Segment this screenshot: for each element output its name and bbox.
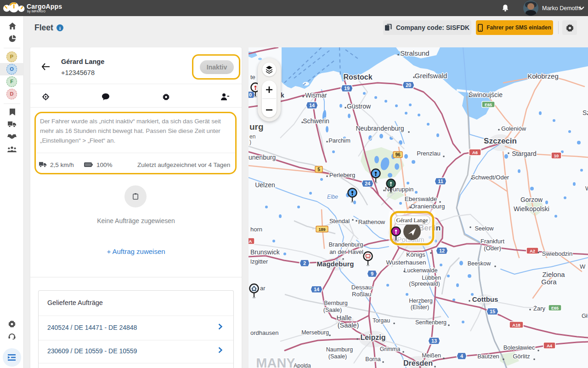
svg-text:Gora: Gora [541, 278, 557, 286]
svg-text:an der Havel: an der Havel [329, 248, 363, 255]
svg-text:A18: A18 [512, 322, 520, 328]
svg-text:(Saale): (Saale) [338, 322, 359, 329]
svg-text:Schwedt/Oder: Schwedt/Oder [471, 174, 509, 181]
svg-text:(Spreewald): (Spreewald) [409, 281, 440, 287]
svg-text:Luckenwalde: Luckenwalde [404, 267, 438, 274]
svg-text:): ) [249, 139, 251, 145]
svg-text:Frankfurt: Frankfurt [481, 238, 504, 245]
svg-text:Elbe: Elbe [327, 194, 338, 200]
svg-text:Świnoujście: Świnoujście [469, 91, 503, 98]
svg-text:te: te [250, 74, 255, 80]
svg-text:lzgitter: lzgitter [250, 258, 268, 265]
svg-text:Beeskow: Beeskow [468, 260, 492, 267]
svg-text:14: 14 [314, 287, 320, 292]
svg-text:A: A [249, 239, 252, 244]
svg-text:Halle: Halle [336, 314, 351, 322]
svg-text:Lübben: Lübben [422, 275, 441, 281]
svg-text:96: 96 [395, 152, 401, 157]
svg-text:Eberswalde: Eberswalde [405, 196, 437, 202]
svg-text:Wielkopolski: Wielkopolski [514, 205, 549, 213]
svg-text:Torgau: Torgau [373, 317, 390, 324]
svg-text:k: k [281, 92, 284, 99]
svg-text:Meißen: Meißen [422, 352, 441, 359]
svg-text:15: 15 [490, 309, 495, 314]
svg-text:Bernburg: Bernburg [324, 300, 347, 306]
svg-text:10: 10 [554, 153, 559, 158]
svg-text:Parchim: Parchim [328, 137, 351, 144]
svg-text:24: 24 [365, 181, 371, 186]
svg-text:Rathenow: Rathenow [358, 218, 385, 225]
svg-text:Swiebodzin: Swiebodzin [542, 250, 573, 257]
svg-text:Dresden: Dresden [403, 359, 433, 367]
svg-text:4: 4 [460, 353, 464, 359]
svg-text:Merseburg: Merseburg [301, 329, 329, 336]
svg-text:Prenzlau: Prenzlau [417, 150, 440, 157]
svg-text:189: 189 [318, 227, 325, 232]
svg-text:5: 5 [317, 167, 320, 172]
svg-text:Gorzow: Gorzow [520, 196, 543, 203]
svg-text:A2: A2 [530, 248, 535, 253]
svg-text:Żary: Żary [533, 305, 546, 312]
svg-text:Szczecin: Szczecin [484, 137, 517, 145]
svg-text:(Saale): (Saale) [328, 353, 347, 360]
svg-text:(Elster): (Elster) [411, 304, 429, 310]
svg-text:Schwerin: Schwerin [303, 117, 329, 125]
svg-text:Senftenberg: Senftenberg [415, 319, 447, 326]
svg-text:Stralsund: Stralsund [400, 49, 429, 57]
svg-text:Borna: Borna [365, 356, 380, 362]
svg-text:Wismar: Wismar [305, 92, 327, 99]
svg-text:Stendal: Stendal [329, 218, 350, 224]
svg-text:Goleniów: Goleniów [501, 125, 526, 132]
svg-text:A4: A4 [547, 343, 553, 348]
svg-text:A6: A6 [472, 150, 478, 155]
svg-text:Cottbus: Cottbus [472, 295, 498, 303]
svg-text:Szc: Szc [582, 109, 588, 116]
svg-text:Stargard: Stargard [512, 150, 537, 157]
svg-text:14: 14 [309, 103, 315, 108]
svg-text:Brunswick: Brunswick [250, 248, 280, 256]
svg-text:Uelzen: Uelzen [255, 181, 275, 189]
svg-text:Seelow: Seelow [475, 225, 494, 232]
svg-text:E65: E65 [485, 103, 492, 107]
svg-text:12: 12 [439, 248, 445, 253]
svg-text:Apolda: Apolda [294, 362, 311, 368]
svg-text:Rostock: Rostock [343, 73, 372, 81]
svg-text:W: W [585, 185, 588, 192]
svg-text:Dessau-: Dessau- [351, 284, 373, 291]
svg-text:9: 9 [371, 271, 373, 276]
svg-text:0: 0 [249, 92, 252, 98]
svg-text:Wusterhausen: Wusterhausen [386, 259, 426, 266]
svg-text:horn: horn [250, 226, 262, 233]
svg-text:Gł: Gł [582, 312, 588, 319]
svg-text:ordhausen: ordhausen [250, 329, 278, 336]
svg-text:Güstrow: Güstrow [347, 103, 371, 110]
svg-text:11: 11 [438, 178, 443, 184]
svg-text:19: 19 [344, 86, 350, 91]
svg-text:(Saale): (Saale) [323, 307, 342, 313]
svg-text:Perleberg: Perleberg [329, 172, 355, 178]
svg-text:13: 13 [431, 338, 437, 344]
svg-text:Bautzen: Bautzen [477, 353, 499, 360]
svg-text:Naumburg: Naumburg [326, 346, 353, 353]
svg-text:ar: ar [260, 285, 266, 292]
svg-text:Herzberg: Herzberg [409, 298, 432, 304]
svg-text:Greifswald: Greifswald [415, 72, 447, 80]
svg-text:Roßlau: Roßlau [352, 291, 371, 298]
svg-text:urg: urg [249, 122, 264, 132]
svg-text:Görlitz: Görlitz [513, 353, 530, 360]
svg-text:Brandenburg: Brandenburg [328, 241, 363, 248]
svg-text:W: W [580, 263, 586, 270]
svg-text:Zielona: Zielona [542, 270, 565, 278]
svg-text:Oranienburg: Oranienburg [410, 203, 445, 210]
svg-text:Königs: Königs [406, 251, 425, 258]
svg-text:Leipzig: Leipzig [360, 334, 385, 341]
svg-text:2: 2 [303, 260, 306, 266]
svg-text:MANY: MANY [256, 356, 295, 368]
svg-text:unenburg: unenburg [249, 154, 276, 161]
svg-text:Grimma: Grimma [380, 346, 400, 352]
svg-text:Bolesławiec: Bolesławiec [503, 344, 535, 351]
svg-text:20: 20 [406, 82, 411, 88]
svg-text:Magdeburg: Magdeburg [317, 260, 354, 268]
svg-text:Kołobrzeg: Kołobrzeg [527, 72, 559, 80]
svg-text:E65: E65 [551, 306, 559, 310]
